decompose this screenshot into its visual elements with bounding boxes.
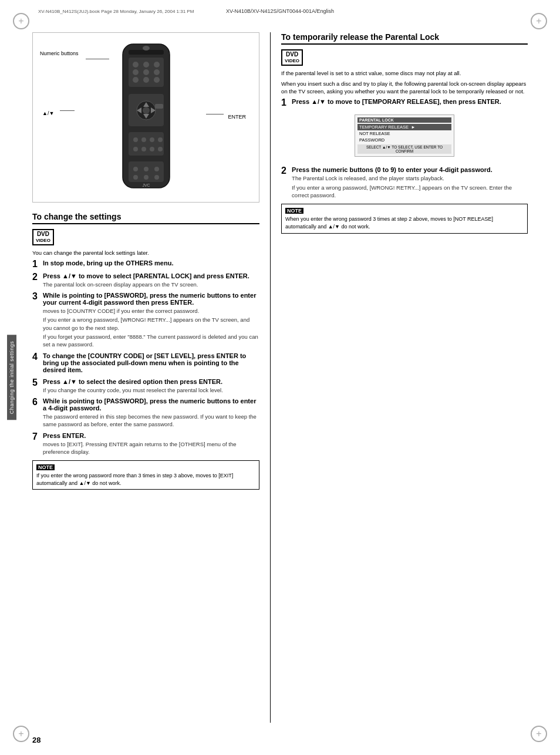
content-area: Numeric buttons ENTER ▲/▼ (32, 32, 528, 723)
svg-point-12 (154, 77, 160, 83)
svg-point-8 (143, 69, 149, 75)
step-7-left-title: Press ENTER. (43, 432, 259, 439)
svg-point-11 (143, 77, 149, 83)
right-note-label: NOTE (285, 208, 303, 214)
step-4-left-title: To change the [COUNTRY CODE] or [SET LEV… (43, 352, 259, 373)
enter-label: ENTER (228, 114, 247, 120)
arrow-label-line (60, 110, 75, 111)
screen-row-not-release: NOT RELEASE (357, 130, 451, 137)
screen-header: PARENTAL LOCK (357, 117, 451, 123)
step-7-left-desc: moves to [EXIT]. Pressing ENTER again re… (43, 440, 259, 456)
step-1-right: 1 Press ▲/▼ to move to [TEMPORARY RELEAS… (281, 98, 528, 107)
svg-rect-20 (155, 104, 163, 109)
svg-point-19 (143, 107, 150, 114)
arrow-label: ▲/▼ (42, 110, 54, 116)
right-section-title: To temporarily release the Parental Lock (281, 32, 528, 45)
right-intro-1: If the parental level is set to a strict… (281, 69, 528, 77)
step-6-left: 6 While is pointing to [PASSWORD], press… (32, 397, 259, 429)
svg-point-10 (133, 77, 139, 83)
screen-row-password: PASSWORD (357, 137, 451, 143)
step-2-right-desc-2: If you enter a wrong password, [WRONG! R… (292, 184, 528, 200)
step-2-right-title: Press the numeric buttons (0 to 9) to en… (292, 166, 528, 173)
dvd-top: DVD (37, 231, 49, 238)
step-7-left: 7 Press ENTER. moves to [EXIT]. Pressing… (32, 432, 259, 456)
svg-point-26 (133, 147, 138, 151)
screen-row-temporary: TEMPORARY RELEASE ► (357, 124, 451, 130)
right-dvd-bottom: VIDEO (285, 58, 299, 64)
svg-point-28 (150, 147, 154, 151)
step-4-left: 4 To change the [COUNTRY CODE] or [SET L… (32, 352, 259, 375)
sidebar-area: Changing the initial settings (7, 335, 16, 420)
screen-display-area: PARENTAL LOCK TEMPORARY RELEASE ► NOT RE… (281, 111, 528, 160)
svg-point-29 (158, 147, 163, 151)
step-2-right: 2 Press the numeric buttons (0 to 9) to … (281, 166, 528, 199)
svg-point-2 (143, 46, 150, 50)
screen-footer: SELECT ▲/▼ TO SELECT, USE ENTER TO CONFI… (357, 144, 451, 154)
corner-mark-tr (531, 13, 547, 29)
left-note-text: If you enter the wrong password more tha… (36, 472, 255, 487)
header-center: XV-N410B/XV-N412S/GNT0044-001A/English (226, 8, 334, 14)
step-3-left-desc-2: If you enter a wrong password, [WRONG! R… (43, 316, 259, 332)
right-dvd-top: DVD (286, 51, 298, 58)
dvd-bottom: VIDEO (36, 238, 50, 244)
page-number: 28 (32, 736, 41, 744)
step-6-left-desc: The password entered in this step become… (43, 413, 259, 429)
svg-point-9 (154, 69, 160, 75)
parental-lock-screen: PARENTAL LOCK TEMPORARY RELEASE ► NOT RE… (355, 114, 454, 157)
step-5-left: 5 Press ▲/▼ to select the desired option… (32, 378, 259, 394)
svg-text:JVC: JVC (142, 183, 150, 187)
svg-point-4 (133, 62, 139, 68)
svg-point-23 (141, 137, 146, 142)
step-5-left-desc: If you change the country code, you must… (43, 386, 259, 394)
step-3-left-desc-1: moves to [COUNTRY CODE] if you enter the… (43, 307, 259, 315)
header-left: XV-N410B_N412S(JUJ).book Page 28 Monday,… (38, 9, 194, 14)
step-3-left-title: While is pointing to [PASSWORD], press t… (43, 292, 259, 306)
enter-label-line (206, 114, 224, 114)
left-column: Numeric buttons ENTER ▲/▼ (32, 32, 270, 723)
step-1-left: 1 In stop mode, bring up the OTHERS menu… (32, 259, 259, 269)
step-2-left-desc: The parental lock on-screen display appe… (43, 281, 259, 288)
remote-svg: JVC (111, 41, 181, 194)
step-6-left-title: While is pointing to [PASSWORD], press t… (43, 397, 259, 412)
page-header: XV-N410B_N412S(JUJ).book Page 28 Monday,… (0, 8, 560, 14)
svg-rect-21 (129, 132, 164, 156)
svg-point-7 (133, 69, 139, 75)
right-intro-2: When you insert such a disc and try to p… (281, 80, 528, 96)
svg-point-25 (158, 137, 163, 142)
left-dvd-badge: DVD VIDEO (32, 229, 54, 245)
svg-point-22 (133, 137, 138, 142)
corner-mark-tl (13, 13, 29, 29)
svg-point-24 (150, 137, 154, 142)
step-2-left-title: Press ▲/▼ to move to select [PARENTAL LO… (43, 272, 259, 279)
step-2-left: 2 Press ▲/▼ to move to select [PARENTAL … (32, 272, 259, 288)
svg-point-5 (143, 62, 149, 68)
numeric-buttons-label: Numeric buttons (40, 50, 79, 56)
step-5-left-title: Press ▲/▼ to select the desired option t… (43, 378, 259, 385)
label-line-top (86, 59, 109, 59)
sidebar-label: Changing the initial settings (7, 335, 16, 420)
svg-rect-1 (129, 50, 164, 55)
step-2-right-desc-1: The Parental Lock is released, and the p… (292, 174, 528, 182)
step-1-left-title: In stop mode, bring up the OTHERS menu. (43, 259, 259, 267)
right-note-text: When you enter the wrong password 3 time… (285, 215, 524, 230)
left-note: NOTE If you enter the wrong password mor… (32, 460, 259, 490)
left-section-title: To change the settings (32, 212, 259, 224)
corner-mark-br (531, 726, 547, 742)
step-3-left: 3 While is pointing to [PASSWORD], press… (32, 292, 259, 348)
step-1-right-title: Press ▲/▼ to move to [TEMPORARY RELEASE]… (292, 98, 528, 105)
left-intro: You can change the parental lock setting… (32, 249, 259, 257)
svg-point-36 (154, 175, 159, 180)
right-dvd-badge: DVD VIDEO (281, 49, 303, 66)
svg-point-34 (133, 175, 138, 180)
svg-point-31 (133, 167, 138, 171)
right-column: To temporarily release the Parental Lock… (270, 32, 528, 723)
svg-point-32 (144, 167, 149, 171)
remote-image: Numeric buttons ENTER ▲/▼ (32, 32, 259, 203)
corner-mark-bl (13, 726, 29, 742)
svg-point-35 (144, 175, 149, 180)
right-note: NOTE When you enter the wrong password 3… (281, 204, 528, 233)
svg-point-33 (154, 167, 159, 171)
svg-point-27 (141, 147, 146, 151)
step-3-left-desc-3: If you forget your password, enter "8888… (43, 333, 259, 349)
svg-point-6 (154, 62, 160, 68)
